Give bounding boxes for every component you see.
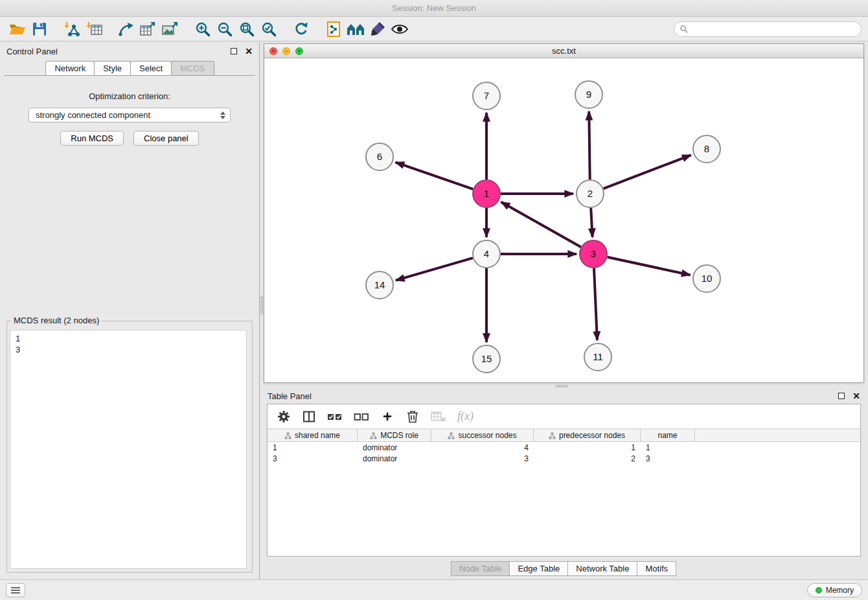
graph-edge-3-10[interactable] bbox=[608, 257, 691, 275]
mcds-result-line: 3 bbox=[16, 344, 241, 355]
table-header-row: shared name MCDS role successor nodes pr… bbox=[268, 429, 860, 442]
refresh-icon[interactable] bbox=[290, 19, 312, 39]
graph-edge-3-1[interactable] bbox=[501, 202, 581, 247]
zoom-selected-icon[interactable] bbox=[258, 19, 280, 39]
eye-icon[interactable] bbox=[389, 19, 411, 39]
tab-motifs[interactable]: Motifs bbox=[637, 561, 676, 576]
select-all-icon[interactable] bbox=[327, 411, 343, 422]
graph-node-1[interactable]: 1 bbox=[473, 180, 500, 207]
open-session-icon[interactable] bbox=[6, 19, 29, 39]
deselect-all-icon[interactable] bbox=[354, 411, 369, 422]
cell-shared-name[interactable]: 1 bbox=[268, 443, 358, 452]
search-input[interactable] bbox=[691, 25, 856, 34]
column-header-shared-name[interactable]: shared name bbox=[268, 430, 358, 441]
delete-table-icon[interactable] bbox=[431, 411, 446, 422]
graph-node-label: 3 bbox=[591, 248, 596, 259]
cell-mcds-role[interactable]: dominator bbox=[358, 454, 431, 463]
network-window-titlebar[interactable]: ✕ − + scc.txt bbox=[264, 44, 863, 58]
delete-column-icon[interactable] bbox=[405, 410, 420, 423]
cell-successor-nodes[interactable]: 4 bbox=[431, 443, 534, 452]
window-minimize-icon[interactable]: − bbox=[282, 47, 290, 55]
graph-node-3[interactable]: 3 bbox=[580, 240, 607, 268]
cell-predecessor-nodes[interactable]: 1 bbox=[534, 443, 641, 452]
save-session-icon[interactable] bbox=[29, 19, 51, 39]
tab-mcds[interactable]: MCDS bbox=[171, 61, 214, 75]
export-network-icon[interactable] bbox=[115, 19, 137, 39]
table-row[interactable]: 3 dominator 3 2 3 bbox=[268, 453, 860, 464]
graph-edge-2-8[interactable] bbox=[604, 155, 691, 189]
add-column-icon[interactable]: + bbox=[380, 410, 394, 423]
list-icon bbox=[10, 586, 21, 594]
cell-name[interactable]: 3 bbox=[641, 454, 695, 463]
graph-node-2[interactable]: 2 bbox=[577, 180, 604, 207]
function-builder-icon[interactable]: f(x) bbox=[457, 410, 474, 423]
style-brush-icon[interactable] bbox=[367, 19, 389, 39]
criterion-dropdown[interactable]: strongly connected component bbox=[29, 108, 231, 122]
graph-node-8[interactable]: 8 bbox=[693, 135, 720, 163]
zoom-fit-icon bbox=[239, 21, 255, 37]
cell-predecessor-nodes[interactable]: 2 bbox=[534, 454, 641, 463]
cell-name[interactable]: 1 bbox=[641, 443, 695, 452]
tab-style[interactable]: Style bbox=[94, 61, 131, 75]
network-document-icon[interactable] bbox=[323, 19, 345, 39]
column-header-predecessor-nodes[interactable]: predecessor nodes bbox=[534, 430, 641, 441]
mcds-result-list[interactable]: 1 3 bbox=[10, 330, 247, 569]
graph-edge-4-14[interactable] bbox=[396, 258, 473, 281]
graph-node-10[interactable]: 10 bbox=[693, 265, 720, 292]
optimization-criterion-label: Optimization criterion: bbox=[0, 91, 259, 101]
splitter-handle[interactable] bbox=[555, 385, 568, 387]
close-panel-button[interactable]: Close panel bbox=[133, 131, 199, 146]
network-graph[interactable]: 7968124314101511 bbox=[264, 58, 863, 382]
zoom-fit-icon[interactable] bbox=[236, 19, 258, 39]
float-panel-icon[interactable] bbox=[838, 393, 845, 399]
show-columns-icon[interactable] bbox=[302, 410, 316, 423]
graph-node-11[interactable]: 11 bbox=[584, 343, 611, 371]
export-table-icon[interactable] bbox=[137, 19, 159, 39]
tab-network-table[interactable]: Network Table bbox=[567, 561, 637, 576]
run-mcds-button[interactable]: Run MCDS bbox=[60, 131, 124, 146]
graph-node-7[interactable]: 7 bbox=[473, 82, 500, 110]
table-panel-title: Table Panel bbox=[268, 391, 312, 401]
column-header-name[interactable]: name bbox=[641, 430, 695, 441]
window-zoom-icon[interactable]: + bbox=[295, 47, 303, 55]
import-network-icon[interactable] bbox=[61, 19, 83, 39]
import-table-icon[interactable] bbox=[83, 19, 105, 39]
graph-edge-2-9[interactable] bbox=[589, 111, 589, 179]
export-image-icon bbox=[162, 21, 179, 37]
graph-edge-1-6[interactable] bbox=[396, 163, 474, 189]
splitter-handle[interactable] bbox=[260, 296, 263, 314]
graph-edge-2-3[interactable] bbox=[591, 208, 592, 237]
graph-node-4[interactable]: 4 bbox=[473, 240, 500, 268]
zoom-out-icon[interactable] bbox=[214, 19, 236, 39]
toolbar-separator bbox=[312, 19, 323, 39]
app-titlebar[interactable]: Session: New Session bbox=[0, 0, 868, 17]
graph-node-14[interactable]: 14 bbox=[366, 271, 393, 299]
column-header-mcds-role[interactable]: MCDS role bbox=[358, 430, 431, 441]
cell-mcds-role[interactable]: dominator bbox=[358, 443, 431, 452]
zoom-in-icon[interactable] bbox=[192, 19, 214, 39]
cell-shared-name[interactable]: 3 bbox=[268, 454, 358, 463]
home-icon[interactable] bbox=[345, 19, 367, 39]
window-close-icon[interactable]: ✕ bbox=[269, 47, 277, 55]
network-canvas[interactable]: 7968124314101511 bbox=[264, 58, 863, 382]
table-row[interactable]: 1 dominator 4 1 1 bbox=[268, 442, 860, 453]
graph-node-9[interactable]: 9 bbox=[575, 81, 602, 108]
table-settings-gear-icon[interactable] bbox=[277, 410, 291, 423]
search-field[interactable] bbox=[674, 21, 862, 37]
table-delete-icon bbox=[431, 411, 446, 422]
graph-edge-3-11[interactable] bbox=[594, 268, 597, 340]
column-header-successor-nodes[interactable]: successor nodes bbox=[431, 430, 534, 441]
tab-node-table[interactable]: Node Table bbox=[451, 561, 510, 576]
memory-button[interactable]: Memory bbox=[807, 583, 862, 597]
graph-node-6[interactable]: 6 bbox=[366, 143, 393, 170]
close-panel-icon[interactable]: ✕ bbox=[245, 47, 253, 56]
graph-node-15[interactable]: 15 bbox=[473, 345, 500, 373]
tab-edge-table[interactable]: Edge Table bbox=[509, 561, 568, 576]
export-image-icon[interactable] bbox=[159, 19, 181, 39]
tab-network[interactable]: Network bbox=[45, 61, 95, 75]
task-history-button[interactable] bbox=[6, 583, 25, 597]
close-panel-icon[interactable]: ✕ bbox=[852, 391, 860, 400]
float-panel-icon[interactable] bbox=[231, 48, 237, 54]
tab-select[interactable]: Select bbox=[130, 61, 172, 75]
cell-successor-nodes[interactable]: 3 bbox=[431, 454, 534, 463]
